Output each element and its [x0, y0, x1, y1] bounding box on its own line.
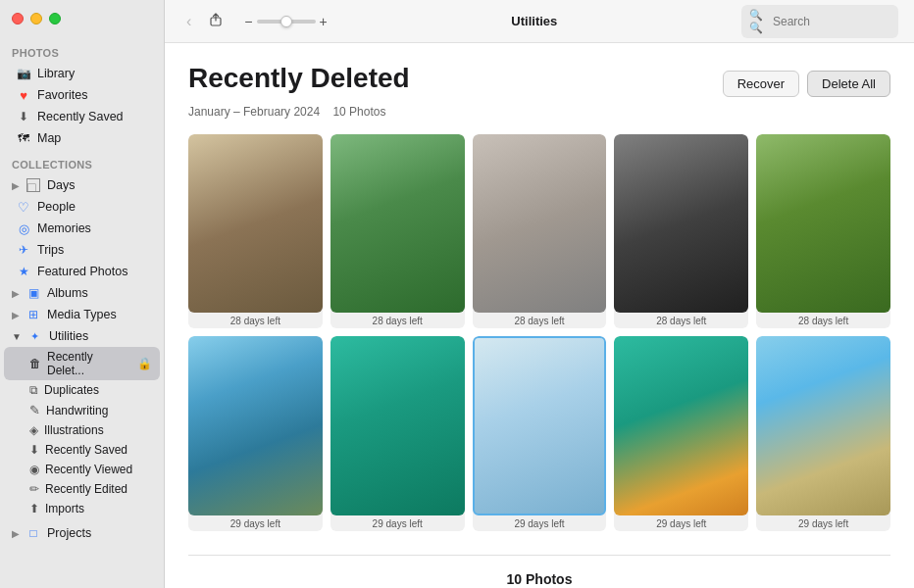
- mediatypes-icon: [25, 307, 41, 322]
- duplicates-icon: [29, 383, 38, 397]
- nav-buttons: ‹: [180, 10, 228, 33]
- zoom-minus-button[interactable]: −: [244, 14, 252, 29]
- sidebar-item-label: Illustrations: [44, 423, 104, 437]
- photo-thumbnail: [756, 134, 890, 313]
- chevron-right-icon: ▶: [12, 180, 20, 191]
- photo-thumbnail: [330, 134, 465, 313]
- minimize-button[interactable]: [30, 13, 42, 24]
- maximize-button[interactable]: [49, 13, 61, 24]
- photo-thumbnail: [614, 134, 748, 313]
- sidebar-item-trips[interactable]: Trips: [4, 239, 160, 261]
- sidebar-item-label: Utilities: [49, 329, 88, 343]
- imports-icon: [29, 502, 39, 515]
- projects-icon: [25, 525, 41, 541]
- photo-days-left: 28 days left: [614, 313, 748, 328]
- recover-button[interactable]: Recover: [723, 71, 799, 97]
- sidebar-item-label: Handwriting: [46, 404, 108, 417]
- photo-grid: 28 days left 28 days left 28 days left 2…: [188, 134, 890, 531]
- sidebar-item-illustrations[interactable]: Illustrations: [4, 420, 160, 440]
- sidebar-item-media-types[interactable]: ▶ Media Types: [4, 304, 160, 325]
- photos-section-label: Photos: [0, 37, 164, 63]
- utilities-icon: [27, 328, 43, 344]
- share-button[interactable]: [203, 10, 228, 33]
- main-panel: ‹ − + Utilities 🔍 Recently Deleted: [165, 0, 914, 588]
- map-icon: [16, 130, 31, 146]
- sidebar-item-label: Trips: [37, 243, 64, 257]
- sidebar-item-utilities[interactable]: ▼ Utilities: [4, 325, 160, 347]
- chevron-down-icon: ▼: [12, 331, 22, 342]
- photo-days-left: 28 days left: [473, 313, 607, 328]
- footer-info: 10 Photos Photos and videos show the day…: [188, 555, 890, 588]
- photo-days-left: 29 days left: [756, 515, 890, 531]
- zoom-slider-thumb: [280, 16, 292, 27]
- photo-item[interactable]: 28 days left: [188, 134, 323, 328]
- sidebar: Photos Library Favorites Recently Saved …: [0, 0, 165, 588]
- sidebar-item-recently-deleted[interactable]: Recently Delet... 🔒: [4, 347, 160, 380]
- photo-days-left: 29 days left: [330, 515, 465, 531]
- toolbar: ‹ − + Utilities 🔍: [165, 0, 914, 43]
- sidebar-item-favorites[interactable]: Favorites: [4, 84, 160, 106]
- photo-item[interactable]: 29 days left: [614, 336, 748, 530]
- photo-thumbnail: [330, 336, 465, 514]
- titlebar: [0, 0, 164, 37]
- photo-thumbnail: [473, 336, 607, 514]
- photo-item[interactable]: 28 days left: [756, 134, 890, 328]
- content-meta: January – February 2024 10 Photos: [188, 105, 890, 119]
- photo-item[interactable]: 29 days left: [330, 336, 465, 530]
- delete-all-button[interactable]: Delete All: [807, 71, 890, 97]
- recently-edited-icon: [29, 482, 39, 496]
- sidebar-item-label: Recently Edited: [45, 482, 127, 496]
- sidebar-item-handwriting[interactable]: Handwriting: [4, 400, 160, 420]
- photo-item[interactable]: 29 days left: [188, 336, 323, 530]
- sidebar-item-imports[interactable]: Imports: [4, 499, 160, 518]
- photo-item[interactable]: 29 days left: [473, 336, 607, 530]
- content-area: Recently Deleted Recover Delete All Janu…: [165, 43, 914, 588]
- search-icon: 🔍: [749, 9, 768, 34]
- back-button[interactable]: ‹: [180, 10, 197, 33]
- photo-item[interactable]: 28 days left: [330, 134, 465, 328]
- zoom-plus-button[interactable]: +: [320, 14, 328, 29]
- recently-viewed-icon: [29, 463, 39, 476]
- sidebar-item-duplicates[interactable]: Duplicates: [4, 380, 160, 400]
- content-header: Recently Deleted Recover Delete All: [188, 63, 890, 97]
- close-button[interactable]: [12, 13, 24, 24]
- sidebar-item-albums[interactable]: ▶ Albums: [4, 282, 160, 304]
- favorites-icon: [16, 87, 31, 103]
- photo-item[interactable]: 29 days left: [756, 336, 890, 530]
- photo-days-left: 29 days left: [614, 515, 748, 531]
- sidebar-item-recently-viewed[interactable]: Recently Viewed: [4, 460, 160, 479]
- sidebar-item-people[interactable]: People: [4, 196, 160, 218]
- toolbar-title: Utilities: [339, 14, 730, 28]
- zoom-slider[interactable]: [257, 20, 316, 24]
- sidebar-item-label: Library: [37, 67, 75, 80]
- sidebar-item-featured-photos[interactable]: Featured Photos: [4, 261, 160, 282]
- sidebar-item-label: Recently Delet...: [47, 350, 131, 377]
- sidebar-item-label: Days: [47, 178, 75, 192]
- footer-photo-count: 10 Photos: [188, 571, 890, 587]
- sidebar-item-label: Recently Viewed: [45, 463, 132, 476]
- sidebar-item-map[interactable]: Map: [4, 127, 160, 149]
- search-input[interactable]: [773, 15, 890, 28]
- search-box[interactable]: 🔍: [741, 5, 898, 38]
- sidebar-item-days[interactable]: ▶ Days: [4, 174, 160, 196]
- sidebar-item-label: Imports: [45, 502, 84, 515]
- sidebar-item-label: Memories: [37, 221, 91, 235]
- photo-item[interactable]: 28 days left: [614, 134, 748, 328]
- photo-thumbnail: [614, 336, 748, 514]
- sidebar-item-library[interactable]: Library: [4, 63, 160, 84]
- sidebar-item-label: Favorites: [37, 88, 87, 102]
- sidebar-item-projects[interactable]: ▶ Projects: [4, 522, 160, 544]
- photo-count-meta: 10 Photos: [332, 105, 385, 119]
- photo-days-left: 29 days left: [473, 515, 607, 531]
- page-title: Recently Deleted: [188, 63, 410, 94]
- people-icon: [16, 199, 31, 215]
- illustrations-icon: [29, 423, 38, 437]
- sidebar-item-recently-edited[interactable]: Recently Edited: [4, 479, 160, 499]
- sidebar-item-memories[interactable]: Memories: [4, 218, 160, 239]
- photo-days-left: 28 days left: [756, 313, 890, 328]
- sidebar-item-recently-saved[interactable]: Recently Saved: [4, 106, 160, 127]
- photo-item[interactable]: 28 days left: [473, 134, 607, 328]
- chevron-right-icon: ▶: [12, 288, 20, 299]
- sidebar-item-recently-saved-sub[interactable]: Recently Saved: [4, 440, 160, 460]
- handwriting-icon: [29, 403, 40, 417]
